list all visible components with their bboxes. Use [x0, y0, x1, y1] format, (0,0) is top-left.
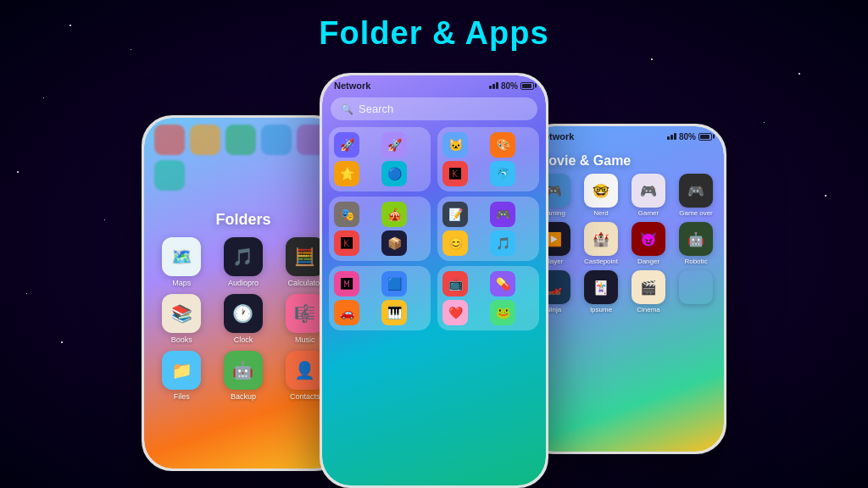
right-status-bar: Network 80% — [526, 126, 724, 145]
list-item[interactable]: 🎮 Game over — [675, 174, 717, 217]
folder-app-icon: 😊 — [442, 230, 468, 256]
folder-app-icon: 🐬 — [490, 161, 515, 186]
app-label-cinema: Cinema — [637, 306, 660, 313]
list-item[interactable]: 🤓 Nerd — [580, 174, 622, 217]
folder-group-2[interactable]: 🐱 🎨 🅺 🐬 — [437, 127, 539, 191]
app-icon-robotic: 🤖 — [679, 222, 713, 256]
folder-app-icon: ⭐ — [334, 161, 359, 186]
folder-app-icon: 🎹 — [381, 300, 407, 325]
battery-icon — [520, 82, 534, 90]
center-status-right: 80% — [489, 81, 534, 91]
app-icon-nerd: 🤓 — [584, 174, 618, 208]
movie-game-section-label: Movie & Game — [526, 145, 724, 174]
app-icon-books: 📚 — [162, 294, 201, 333]
app-icon-music: 🎼 — [286, 294, 325, 333]
folder-app-icon: 🚗 — [334, 300, 359, 325]
list-item[interactable]: 🕐 Clock — [216, 294, 271, 344]
center-row1: 🚀 🚀 ⭐ 🔵 🐱 🎨 🅺 🐬 — [322, 127, 546, 197]
app-icon-gamer: 🎮 — [632, 174, 665, 208]
app-label-files: Files — [174, 392, 190, 401]
right-battery-text: 80% — [679, 132, 696, 141]
app-icon-files: 📁 — [162, 351, 201, 390]
folder-app-icon: 🚀 — [381, 132, 407, 158]
folder-app-icon: 🅼 — [334, 271, 359, 297]
app-icon-clock: 🕐 — [224, 294, 263, 333]
folder-app-icon: 🅺 — [334, 230, 359, 256]
folder-app-icon: 🚀 — [334, 132, 359, 158]
left-phone-screen: Folders 🗺️ Maps 🎵 Audiopro 🧮 Calculator … — [144, 118, 342, 469]
phones-container: Folders 🗺️ Maps 🎵 Audiopro 🧮 Calculator … — [0, 73, 868, 488]
right-signal-bars-icon — [667, 133, 676, 140]
page-title: Folder & Apps — [0, 0, 868, 52]
app-label-backup: Backup — [231, 392, 256, 401]
list-item[interactable]: 🎵 Audiopro — [216, 237, 271, 287]
center-battery-text: 80% — [501, 81, 518, 91]
list-item[interactable]: 🃏 Ipsume — [580, 270, 622, 313]
list-item[interactable]: 📚 Books — [154, 294, 209, 344]
center-network-label: Network — [334, 80, 370, 91]
app-icon-cinema: 🎬 — [632, 270, 665, 304]
center-status-bar: Network 80% — [322, 75, 546, 94]
folder-app-icon: 🎮 — [490, 202, 515, 227]
list-item[interactable]: 🤖 Robotic — [675, 222, 717, 265]
search-icon: 🔍 — [341, 103, 353, 115]
folder-app-icon: 🎵 — [490, 230, 515, 256]
center-phone-screen: Network 80% 🔍 Search — [322, 75, 546, 485]
list-item[interactable]: 🎮 Gamer — [627, 174, 670, 217]
list-item — [675, 270, 717, 313]
app-icon-ipsume: 🃏 — [584, 270, 618, 304]
folder-app-icon: 🎭 — [334, 202, 359, 227]
folder-group-5[interactable]: 🅼 🟦 🚗 🎹 — [329, 266, 431, 330]
app-label-ipsume: Ipsume — [590, 306, 612, 313]
folder-app-icon: 🅺 — [442, 161, 468, 186]
right-app-row-3: 🏎️ Ninja 🃏 Ipsume 🎬 Cinema — [526, 270, 724, 313]
folder-app-icon: 🟦 — [381, 271, 407, 297]
folder-app-icon: 🔵 — [381, 161, 407, 186]
app-icon-backup: 🤖 — [224, 351, 263, 390]
list-item[interactable]: 🗺️ Maps — [154, 237, 209, 287]
app-label-robotic: Robotic — [684, 258, 707, 265]
list-item[interactable]: 🤖 Backup — [216, 351, 271, 401]
list-item[interactable]: 😈 Danger — [627, 222, 670, 265]
search-bar[interactable]: 🔍 Search — [331, 97, 537, 120]
search-placeholder: Search — [359, 103, 393, 115]
folder-app-icon: 🎪 — [381, 202, 407, 227]
folder-app-icon: 🐱 — [442, 132, 468, 158]
folder-group-6[interactable]: 📺 💊 ❤️ 🐸 — [437, 266, 539, 330]
app-icon-calculator: 🧮 — [286, 237, 325, 276]
right-phone: Network 80% Movie & Game — [523, 124, 726, 454]
app-label-contacts: Contacts — [290, 392, 320, 401]
app-label-calculator: Calculator — [287, 279, 322, 287]
app-icon-danger: 😈 — [632, 222, 665, 256]
center-row2: 🎭 🎪 🅺 📦 📝 🎮 😊 🎵 — [322, 197, 546, 266]
right-battery-icon — [698, 133, 712, 141]
folders-section-label: Folders — [144, 194, 342, 237]
center-phone: Network 80% 🔍 Search — [320, 73, 548, 488]
app-label-music: Music — [295, 336, 315, 344]
app-label-audiopro: Audiopro — [228, 279, 259, 287]
folder-app-icon: 💊 — [490, 271, 515, 297]
folder-app-icon: 📦 — [381, 230, 407, 256]
list-item[interactable]: 🏰 Castlepoint — [580, 222, 622, 265]
center-row3: 🅼 🟦 🚗 🎹 📺 💊 ❤️ 🐸 — [322, 266, 546, 336]
app-label-gameover: Game over — [679, 209, 713, 217]
list-item[interactable]: 🎬 Cinema — [627, 270, 670, 313]
app-icon-maps: 🗺️ — [162, 237, 201, 276]
folder-group-4[interactable]: 📝 🎮 😊 🎵 — [437, 197, 539, 261]
app-label-gamer: Gamer — [638, 209, 659, 217]
folder-app-icon: ❤️ — [442, 300, 468, 325]
app-label-maps: Maps — [172, 279, 191, 287]
folder-app-icon: 📝 — [442, 202, 468, 227]
list-item[interactable]: 📁 Files — [154, 351, 209, 401]
app-label-castlepoint: Castlepoint — [584, 258, 618, 265]
folder-app-icon: 🐸 — [490, 300, 515, 325]
folder-group-1[interactable]: 🚀 🚀 ⭐ 🔵 — [329, 127, 431, 191]
left-app-grid: 🗺️ Maps 🎵 Audiopro 🧮 Calculator 📚 Books … — [144, 237, 342, 401]
app-icon-audiopro: 🎵 — [224, 237, 263, 276]
app-label-clock: Clock — [234, 336, 253, 344]
app-icon-gameover: 🎮 — [679, 174, 713, 208]
folder-group-3[interactable]: 🎭 🎪 🅺 📦 — [329, 197, 431, 261]
right-status-right: 80% — [667, 132, 712, 141]
app-label-nerd: Nerd — [593, 209, 608, 217]
app-label-books: Books — [171, 336, 192, 344]
